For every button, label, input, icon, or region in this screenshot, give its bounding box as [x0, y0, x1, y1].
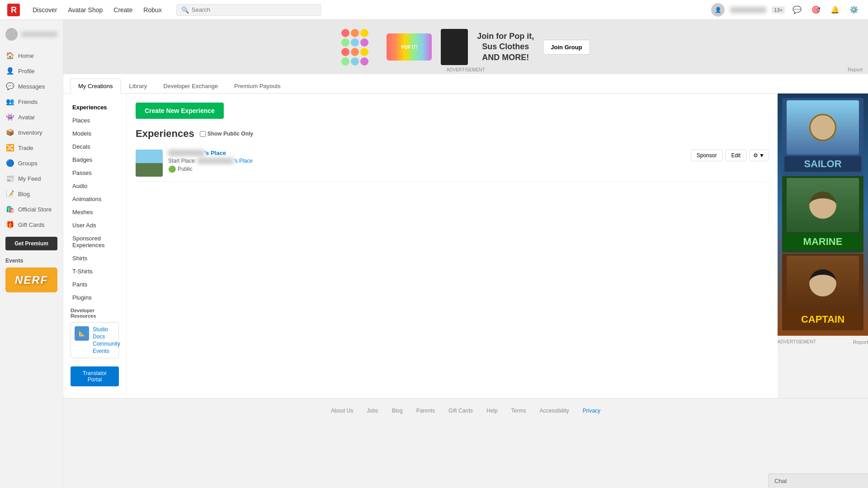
sidebar-label-groups: Groups — [18, 160, 38, 167]
tab-premium-payouts[interactable]: Premium Payouts — [226, 79, 288, 93]
menu-item-audio[interactable]: Audio — [63, 179, 126, 192]
start-place-link[interactable]: username's Place — [198, 158, 253, 164]
sidebar-item-blog[interactable]: 📝 Blog — [0, 186, 63, 202]
sidebar-item-myfeed[interactable]: 📰 My Feed — [0, 171, 63, 186]
right-ad-sailor-section: SAILOR — [782, 98, 863, 175]
menu-item-passes[interactable]: Passes — [63, 166, 126, 179]
menu-item-models[interactable]: Models — [63, 127, 126, 140]
tab-library[interactable]: Library — [122, 79, 155, 93]
footer-about[interactable]: About Us — [331, 408, 353, 414]
show-public-text: Show Public Only — [208, 131, 253, 137]
nav-robux[interactable]: Robux — [143, 6, 161, 14]
start-place-name: 's Place — [234, 158, 253, 164]
ad-join-button[interactable]: Join Group — [543, 40, 590, 55]
blog-icon: 📝 — [5, 190, 14, 198]
footer-accessibility[interactable]: Accessibility — [539, 408, 569, 414]
footer-privacy[interactable]: Privacy — [583, 408, 600, 414]
sidebar-username: username — [21, 32, 57, 37]
sidebar-label-myfeed: My Feed — [18, 175, 41, 182]
captain-label: CAPTAIN — [784, 312, 861, 327]
store-icon: 🛍️ — [5, 205, 14, 213]
menu-item-places[interactable]: Places — [63, 114, 126, 127]
menu-item-shirts[interactable]: Shirts — [63, 252, 126, 265]
sidebar-item-friends[interactable]: 👥 Friends — [0, 94, 63, 109]
experience-actions: Sponsor Edit ⚙ ▼ — [691, 150, 769, 161]
menu-item-pants[interactable]: Pants — [63, 278, 126, 291]
sidebar-item-trade[interactable]: 🔀 Trade — [0, 140, 63, 155]
menu-item-experiences[interactable]: Experiences — [63, 101, 126, 114]
right-ad-report[interactable]: Report — [853, 339, 868, 345]
sidebar-item-inventory[interactable]: 📦 Inventory — [0, 125, 63, 140]
age-badge: 13+ — [772, 6, 785, 14]
events-banner[interactable]: NERF — [5, 267, 57, 292]
menu-item-tshirts[interactable]: T-Shirts — [63, 265, 126, 278]
experiences-heading: Experiences — [136, 128, 194, 140]
translator-portal-button[interactable]: Translator Portal — [71, 366, 119, 386]
menu-item-badges[interactable]: Badges — [63, 153, 126, 166]
sidebar-item-avatar[interactable]: 👾 Avatar — [0, 109, 63, 125]
nav-create[interactable]: Create — [113, 6, 132, 14]
sidebar-label-gift-cards: Gift Cards — [18, 221, 45, 228]
experience-settings-button[interactable]: ⚙ ▼ — [749, 150, 769, 161]
nav-avatar-shop[interactable]: Avatar Shop — [68, 6, 103, 14]
footer-help[interactable]: Help — [486, 408, 498, 414]
docs-link[interactable]: Docs — [93, 333, 120, 340]
chat-icon-btn[interactable]: 💬 — [790, 3, 804, 17]
menu-item-decals[interactable]: Decals — [63, 140, 126, 153]
settings-icon-btn[interactable]: ⚙️ — [847, 3, 861, 17]
edit-button[interactable]: Edit — [725, 150, 746, 161]
menu-item-user-ads[interactable]: User Ads — [63, 219, 126, 232]
sidebar-item-groups[interactable]: 🔵 Groups — [0, 155, 63, 171]
footer-parents[interactable]: Parents — [416, 408, 435, 414]
experience-name[interactable]: username's Place — [168, 150, 685, 156]
sidebar-item-gift-cards[interactable]: 🎁 Gift Cards — [0, 217, 63, 232]
search-input[interactable] — [192, 6, 316, 13]
sidebar-item-profile[interactable]: 👤 Profile — [0, 63, 63, 79]
phone-image — [441, 29, 468, 65]
menu-item-meshes[interactable]: Meshes — [63, 206, 126, 219]
experience-name-suffix: 's Place — [204, 150, 226, 156]
sidebar-item-messages[interactable]: 💬 Messages — [0, 79, 63, 94]
captain-char-img — [787, 256, 859, 310]
chat-bar[interactable]: Chat — [769, 474, 868, 488]
ad-report-link[interactable]: Report — [848, 67, 863, 72]
username-display: username — [730, 7, 766, 13]
studio-link[interactable]: Studio — [93, 326, 120, 333]
badge-icon-btn[interactable]: 🎯 — [809, 3, 823, 17]
ad-text: Join for Pop it, Sus Clothes AND MORE! — [477, 31, 534, 63]
sidebar-item-official-store[interactable]: 🛍️ Official Store — [0, 202, 63, 217]
user-avatar[interactable]: 👤 — [711, 3, 725, 17]
inventory-icon: 📦 — [5, 128, 14, 136]
menu-item-animations[interactable]: Animations — [63, 192, 126, 206]
popit-decoration — [341, 29, 377, 66]
notifications-icon-btn[interactable]: 🔔 — [828, 3, 842, 17]
footer-blog[interactable]: Blog — [392, 408, 403, 414]
main-content: POP IT! Join for Pop it, Sus Clothes AND… — [63, 20, 868, 488]
events-link[interactable]: Events — [93, 348, 120, 354]
nav-discover[interactable]: Discover — [33, 6, 57, 14]
tab-my-creations[interactable]: My Creations — [71, 79, 121, 94]
tab-developer-exchange[interactable]: Developer Exchange — [156, 79, 226, 93]
create-experience-button[interactable]: Create New Experience — [136, 103, 224, 119]
sponsor-button[interactable]: Sponsor — [691, 150, 723, 161]
roblox-logo[interactable] — [7, 4, 22, 16]
sidebar-avatar — [5, 28, 18, 41]
content-area: Experiences Places Models Decals Badges … — [63, 94, 868, 398]
experience-info: username's Place Start Place: username's… — [168, 150, 685, 173]
sidebar-item-home[interactable]: 🏠 Home — [0, 48, 63, 63]
menu-item-plugins[interactable]: Plugins — [63, 291, 126, 304]
footer-jobs[interactable]: Jobs — [367, 408, 378, 414]
top-nav: Discover Avatar Shop Create Robux 🔍 👤 us… — [0, 0, 868, 20]
dev-resource-links: Studio Docs Community Events — [93, 326, 120, 354]
community-link[interactable]: Community — [93, 341, 120, 347]
experience-start-place: Start Place: username's Place — [168, 158, 685, 164]
footer-terms[interactable]: Terms — [511, 408, 526, 414]
search-bar: 🔍 — [176, 4, 321, 16]
show-public-checkbox[interactable] — [200, 131, 206, 137]
right-ad-footer: ADVERTISEMENT Report — [778, 336, 868, 348]
menu-item-sponsored[interactable]: Sponsored Experiences — [63, 232, 126, 252]
feed-icon: 📰 — [5, 174, 14, 183]
get-premium-button[interactable]: Get Premium — [5, 237, 57, 250]
footer-gift-cards[interactable]: Gift Cards — [448, 408, 473, 414]
marine-char-img — [787, 178, 859, 232]
